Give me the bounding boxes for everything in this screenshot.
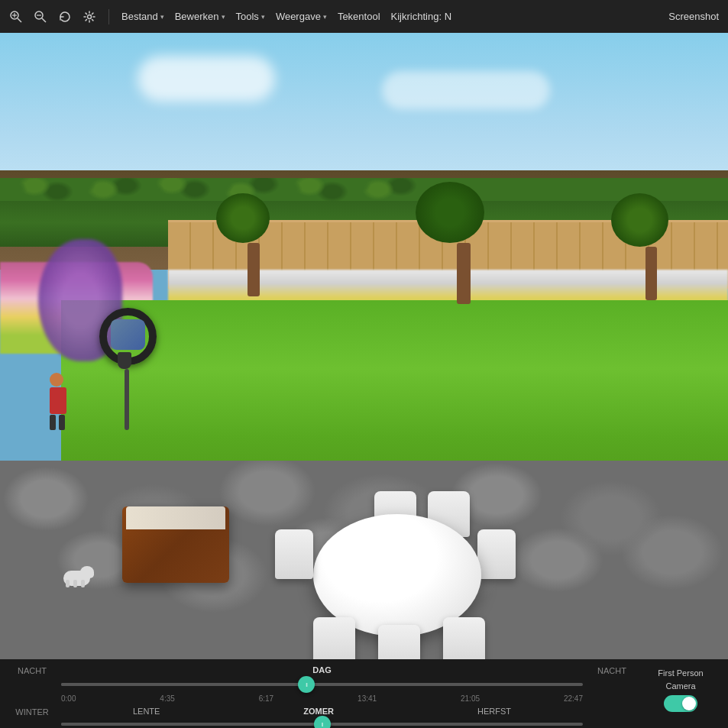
weergave-arrow: ▾ (323, 13, 327, 21)
bottom-controls: NACHT DAG NACHT 0:00 4:35 6:17 (0, 659, 728, 728)
toolbar-right: Screenshot (668, 11, 719, 22)
svg-point-7 (88, 15, 92, 18)
season-label-lente: LENTE (133, 707, 160, 716)
tools-arrow: ▾ (261, 13, 265, 21)
tick-4: 21:05 (461, 694, 480, 703)
person-legs (50, 415, 66, 430)
tree-2-canopy (416, 182, 484, 243)
tree-1 (237, 209, 270, 296)
tree-3-trunk (645, 247, 657, 300)
person-leg-left (50, 415, 56, 430)
tree-3-canopy (611, 193, 668, 247)
svg-line-5 (42, 18, 46, 22)
dog-legs (66, 580, 85, 587)
cloud-1 (138, 56, 275, 102)
zoom-fit-icon[interactable] (9, 10, 23, 24)
coffee-table (122, 506, 229, 583)
dog-leg-1 (66, 580, 70, 587)
dog-head (80, 566, 94, 578)
lamp-post (122, 354, 131, 430)
chair-bottom-mid (378, 625, 420, 659)
tick-5: 22:47 (564, 694, 583, 703)
chair-right (477, 529, 516, 579)
tick-0: 0:00 (61, 694, 76, 703)
chair-bottom-right (443, 617, 485, 659)
menu-tools[interactable]: Tools ▾ (236, 11, 265, 22)
time-slider-track[interactable] (61, 683, 583, 686)
time-label-dag: DAG (60, 665, 584, 675)
camera-label: First Person Camera (642, 667, 719, 692)
tree-1-trunk (248, 243, 260, 296)
time-label-nacht-left: NACHT (9, 663, 55, 677)
cloud-2 (382, 71, 550, 109)
person-leg-right (59, 415, 65, 430)
season-slider-track[interactable] (61, 723, 583, 726)
tree-2 (443, 201, 484, 304)
settings-icon[interactable] (83, 10, 96, 24)
toolbar-separator (108, 9, 109, 24)
tree-2-trunk (457, 243, 471, 304)
tree-3 (634, 209, 668, 300)
lamp-pole (125, 369, 129, 430)
chair-bottom-left (313, 617, 355, 659)
tick-3: 13:41 (358, 694, 377, 703)
tree-1-canopy (216, 193, 270, 243)
bestand-arrow: ▾ (160, 13, 164, 21)
coffee-table-top (126, 506, 225, 529)
menu-bestand[interactable]: Bestand ▾ (121, 11, 164, 22)
lamp-head (118, 352, 131, 369)
swing-cushion (111, 319, 145, 350)
menu-screenshot[interactable]: Screenshot (668, 11, 719, 22)
chair-left (275, 529, 313, 579)
person-body (50, 387, 66, 414)
svg-line-1 (18, 18, 21, 22)
dog-leg-2 (73, 580, 77, 587)
sliders-panel: NACHT DAG NACHT 0:00 4:35 6:17 (0, 659, 728, 728)
camera-control-panel: First Person Camera (642, 667, 719, 712)
menu-bewerken[interactable]: Bewerken ▾ (175, 11, 225, 22)
toggle-knob (682, 697, 696, 710)
toolbar: Bestand ▾ Bewerken ▾ Tools ▾ Weergave ▾ … (0, 0, 728, 33)
person-figure (50, 373, 66, 430)
3d-viewport[interactable] (0, 33, 728, 659)
tick-2: 6:17 (259, 694, 273, 703)
refresh-icon[interactable] (58, 10, 72, 24)
menu-kijkrichting[interactable]: Kijkrichting: N (391, 11, 451, 22)
menu-weergave[interactable]: Weergave ▾ (276, 11, 327, 22)
dining-set (252, 491, 542, 659)
time-slider-thumb[interactable] (298, 676, 315, 693)
bewerken-arrow: ▾ (222, 13, 225, 21)
dog-leg-3 (81, 580, 85, 587)
person-head (50, 373, 63, 387)
dog-figure (60, 566, 94, 587)
first-person-camera-toggle[interactable] (664, 695, 697, 712)
season-slider-thumb[interactable] (314, 716, 331, 728)
tick-1: 4:35 (160, 694, 174, 703)
season-label-zomer: ZOMER (303, 707, 334, 716)
season-label-herfst: HERFST (477, 707, 511, 716)
time-label-nacht-right: NACHT (589, 663, 635, 677)
menu-tekentool[interactable]: Tekentool (338, 11, 380, 22)
zoom-out-icon[interactable] (34, 10, 47, 24)
